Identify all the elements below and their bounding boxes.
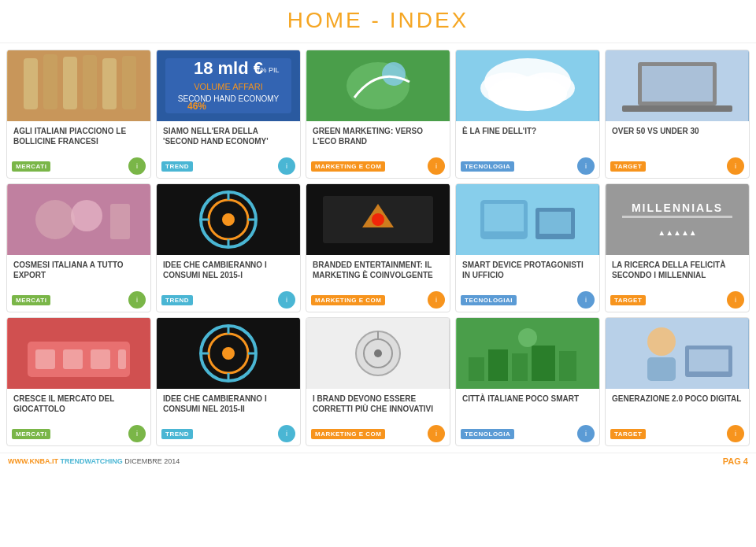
card-footer: TREND i bbox=[157, 422, 300, 445]
svg-point-27 bbox=[35, 200, 75, 239]
card-image bbox=[7, 184, 150, 255]
card-icon: i bbox=[727, 157, 744, 175]
svg-point-76 bbox=[518, 328, 537, 347]
card-icon: i bbox=[577, 291, 595, 309]
card-title: AGLI ITALIANI PIACCIONO LE BOLLICINE FRA… bbox=[13, 126, 144, 146]
card-10[interactable]: MILLENNIALS ▲▲▲▲▲ LA RICERCA DELLA FELIC… bbox=[605, 183, 750, 312]
card-12[interactable]: IDEE CHE CAMBIERANNO I CONSUMI NEL 2015-… bbox=[156, 317, 301, 446]
page-footer: WWW.KNBA.IT TRENDWATCHING DICEMBRE 2014 … bbox=[0, 453, 756, 469]
card-title: LA RICERCA DELLA FELICITÀ SECONDO I MILL… bbox=[612, 260, 743, 280]
card-footer: TECNOLOGIA i bbox=[456, 422, 599, 445]
card-11[interactable]: CRESCE IL MERCATO DEL GIOCATTOLO MERCATI… bbox=[6, 317, 151, 446]
card-footer: TARGET i bbox=[606, 288, 749, 312]
card-tag: TREND bbox=[161, 295, 193, 305]
svg-point-41 bbox=[372, 213, 384, 226]
card-title: CRESCE IL MERCATO DEL GIOCATTOLO bbox=[13, 394, 144, 414]
svg-text:18 mld €: 18 mld € bbox=[194, 58, 263, 78]
svg-rect-46 bbox=[539, 212, 571, 234]
card-14[interactable]: CITTÀ ITALIANE POCO SMART TECNOLOGIA i bbox=[455, 317, 600, 446]
footer-rest: DICEMBRE 2014 bbox=[124, 457, 180, 465]
svg-rect-2 bbox=[43, 54, 57, 109]
svg-rect-74 bbox=[532, 346, 555, 381]
card-footer: MERCATI i bbox=[7, 154, 150, 178]
card-icon: i bbox=[278, 157, 295, 175]
svg-rect-5 bbox=[102, 58, 117, 109]
card-image bbox=[157, 184, 300, 255]
card-icon: i bbox=[128, 291, 146, 309]
card-body: COSMESI ITALIANA A TUTTO EXPORT bbox=[7, 255, 150, 285]
svg-rect-6 bbox=[122, 56, 136, 109]
card-body: IDEE CHE CAMBIERANNO I CONSUMI NEL 2015-… bbox=[157, 389, 300, 419]
card-title: SIAMO NELL'ERA DELLA 'SECOND HAND ECONOM… bbox=[163, 126, 294, 146]
card-body: BRANDED ENTERTAINMENT: IL MARKETING È CO… bbox=[306, 255, 450, 285]
card-image bbox=[456, 318, 599, 389]
svg-rect-25 bbox=[622, 105, 732, 112]
card-grid: AGLI ITALIANI PIACCIONO LE BOLLICINE FRA… bbox=[0, 43, 756, 453]
svg-rect-56 bbox=[118, 349, 126, 369]
svg-rect-81 bbox=[689, 349, 728, 371]
card-15[interactable]: GENERAZIONE 2.0 POCO DIGITAL TARGET i bbox=[605, 317, 750, 446]
svg-point-28 bbox=[71, 200, 102, 231]
card-image: MILLENNIALS ▲▲▲▲▲ bbox=[606, 184, 749, 255]
page-header: HOME - INDEX bbox=[0, 0, 756, 43]
card-footer: TREND i bbox=[157, 154, 300, 178]
card-tag: TECNOLOGIAI bbox=[461, 295, 517, 305]
card-icon: i bbox=[278, 425, 295, 442]
card-icon: i bbox=[128, 157, 146, 175]
card-tag: TARGET bbox=[610, 295, 646, 305]
card-body: SMART DEVICE PROTAGONISTI IN UFFICIO bbox=[456, 255, 599, 285]
svg-text:MILLENNIALS: MILLENNIALS bbox=[632, 201, 723, 214]
page-title: HOME - INDEX bbox=[0, 8, 756, 33]
card-icon: i bbox=[727, 425, 744, 442]
svg-rect-75 bbox=[559, 351, 576, 381]
svg-point-64 bbox=[222, 347, 235, 360]
card-footer: TARGET i bbox=[606, 154, 749, 178]
card-footer: MARKETING E COM i bbox=[306, 154, 450, 178]
card-7[interactable]: IDEE CHE CAMBIERANNO I CONSUMI NEL 2015-… bbox=[156, 183, 301, 312]
card-2[interactable]: 18 mld € VOLUME AFFARI SECOND HAND ECONO… bbox=[156, 50, 301, 179]
svg-point-16 bbox=[382, 62, 406, 86]
card-tag: MARKETING E COM bbox=[311, 429, 385, 439]
card-tag: MERCATI bbox=[12, 429, 50, 439]
svg-point-37 bbox=[222, 213, 235, 226]
card-title: BRANDED ENTERTAINMENT: IL MARKETING È CO… bbox=[313, 260, 443, 280]
card-title: SMART DEVICE PROTAGONISTI IN UFFICIO bbox=[462, 260, 593, 280]
card-5[interactable]: OVER 50 VS UNDER 30 TARGET i bbox=[605, 50, 750, 179]
card-image bbox=[7, 318, 150, 389]
card-footer: MERCATI i bbox=[7, 288, 150, 312]
card-13[interactable]: I BRAND DEVONO ESSERE CORRETTI PIÙ CHE I… bbox=[306, 317, 450, 446]
card-icon: i bbox=[128, 425, 146, 442]
card-footer: TECNOLOGIA i bbox=[456, 154, 599, 178]
card-image bbox=[606, 50, 749, 121]
card-6[interactable]: COSMESI ITALIANA A TUTTO EXPORT MERCATI … bbox=[6, 183, 151, 312]
svg-rect-55 bbox=[91, 349, 110, 369]
svg-point-78 bbox=[647, 327, 676, 356]
svg-text:46%: 46% bbox=[187, 101, 206, 112]
card-body: AGLI ITALIANI PIACCIONO LE BOLLICINE FRA… bbox=[7, 121, 150, 151]
card-image bbox=[456, 50, 599, 121]
card-tag: MARKETING E COM bbox=[311, 295, 385, 305]
card-body: SIAMO NELL'ERA DELLA 'SECOND HAND ECONOM… bbox=[157, 121, 300, 151]
svg-rect-53 bbox=[35, 349, 55, 369]
card-title: CITTÀ ITALIANE POCO SMART bbox=[462, 394, 593, 414]
card-image bbox=[157, 318, 300, 389]
card-icon: i bbox=[428, 425, 445, 442]
card-3[interactable]: GREEN MARKETING: VERSO L'ECO BRAND MARKE… bbox=[306, 50, 450, 179]
svg-rect-24 bbox=[642, 66, 713, 102]
svg-rect-4 bbox=[83, 55, 97, 109]
svg-rect-3 bbox=[63, 57, 77, 109]
card-footer: TECNOLOGIAI i bbox=[456, 288, 599, 312]
svg-rect-72 bbox=[488, 349, 508, 381]
card-8[interactable]: BRANDED ENTERTAINMENT: IL MARKETING È CO… bbox=[306, 183, 450, 312]
card-footer: MARKETING E COM i bbox=[306, 288, 450, 312]
card-image bbox=[306, 50, 450, 121]
card-9[interactable]: SMART DEVICE PROTAGONISTI IN UFFICIO TEC… bbox=[455, 183, 600, 312]
card-title: GREEN MARKETING: VERSO L'ECO BRAND bbox=[313, 126, 443, 146]
card-body: IDEE CHE CAMBIERANNO I CONSUMI NEL 2015-… bbox=[157, 255, 300, 285]
card-image bbox=[606, 318, 749, 389]
svg-text:1% PIL: 1% PIL bbox=[256, 66, 279, 74]
card-1[interactable]: AGLI ITALIANI PIACCIONO LE BOLLICINE FRA… bbox=[6, 50, 151, 179]
card-title: OVER 50 VS UNDER 30 bbox=[612, 126, 743, 146]
card-4[interactable]: È LA FINE DELL'IT? TECNOLOGIA i bbox=[455, 50, 600, 179]
card-title: È LA FINE DELL'IT? bbox=[462, 126, 593, 146]
